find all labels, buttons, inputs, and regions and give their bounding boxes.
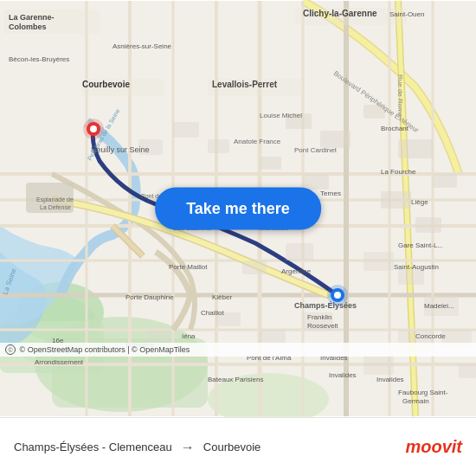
svg-text:Esplanade de: Esplanade de — [36, 196, 74, 203]
svg-text:Roosevelt: Roosevelt — [307, 322, 338, 330]
svg-text:Brochant: Brochant — [381, 125, 409, 132]
svg-rect-44 — [242, 261, 267, 274]
moovit-logo: moovit — [405, 437, 462, 457]
svg-text:Anatole France: Anatole France — [234, 138, 281, 145]
map-area: Esplanade de La Défense La Garenne- Colo… — [0, 0, 476, 417]
svg-text:Invalides: Invalides — [376, 376, 404, 383]
svg-text:Asnières-sur-Seine: Asnières-sur-Seine — [113, 42, 172, 50]
svg-text:Liège: Liège — [411, 198, 428, 206]
svg-point-109 — [90, 125, 97, 132]
svg-text:Madelei...: Madelei... — [424, 302, 454, 310]
route-arrow: → — [181, 440, 195, 455]
svg-text:Colombes: Colombes — [9, 23, 47, 31]
route-info: Champs-Élysées - Clemenceau → Courbevoie — [14, 440, 395, 455]
bottom-bar: Champs-Élysées - Clemenceau → Courbevoie… — [0, 417, 476, 476]
svg-text:Pont Cardinet: Pont Cardinet — [294, 146, 338, 154]
svg-text:Bécon-les-Bruyères: Bécon-les-Bruyères — [9, 55, 69, 63]
svg-text:Champs-Élysées: Champs-Élysées — [294, 301, 357, 310]
svg-text:Chaillot: Chaillot — [201, 309, 224, 317]
svg-rect-35 — [303, 174, 329, 190]
svg-rect-52 — [363, 356, 394, 375]
svg-text:La Défense: La Défense — [40, 204, 71, 210]
svg-text:Ternes: Ternes — [320, 190, 341, 197]
svg-text:Saint-Ouen: Saint-Ouen — [389, 10, 424, 18]
svg-text:Concorde: Concorde — [415, 332, 446, 340]
moovit-brand-text: moovit — [405, 437, 462, 457]
svg-text:Argentine: Argentine — [281, 267, 312, 275]
svg-text:Courbevoie: Courbevoie — [82, 80, 130, 89]
svg-text:Clichy-la-Garenne: Clichy-la-Garenne — [303, 9, 377, 18]
svg-rect-41 — [208, 139, 229, 153]
svg-text:La Fourche: La Fourche — [381, 168, 416, 176]
svg-text:Arrondissement: Arrondissement — [35, 358, 84, 366]
svg-rect-39 — [433, 174, 457, 188]
svg-text:Levallois-Perret: Levallois-Perret — [212, 80, 278, 89]
attribution-text: © OpenStreetMap contributors | © OpenMap… — [20, 345, 190, 354]
svg-text:Louise Michel: Louise Michel — [260, 112, 302, 119]
svg-rect-38 — [415, 217, 441, 233]
map-attribution: © © OpenStreetMap contributors | © OpenM… — [0, 343, 476, 357]
svg-text:Gare Saint-L...: Gare Saint-L... — [398, 241, 443, 249]
app-container: Esplanade de La Défense La Garenne- Colo… — [0, 0, 476, 476]
svg-text:Iéna: Iéna — [182, 332, 196, 340]
svg-text:Bateaux Parisiens: Bateaux Parisiens — [208, 376, 263, 383]
svg-rect-36 — [260, 157, 281, 170]
svg-text:Rue de Rome: Rue de Rome — [396, 74, 404, 118]
svg-text:Kléber: Kléber — [212, 293, 232, 301]
route-destination: Courbevoie — [203, 441, 261, 453]
svg-rect-46 — [398, 269, 424, 285]
take-me-there-button[interactable]: Take me there — [155, 188, 321, 230]
svg-rect-45 — [363, 252, 394, 271]
svg-text:La Garenne-: La Garenne- — [9, 13, 55, 22]
svg-rect-43 — [286, 243, 313, 261]
svg-rect-40 — [173, 122, 199, 138]
svg-rect-32 — [320, 131, 351, 148]
svg-text:Faubourg Saint-: Faubourg Saint- — [398, 389, 448, 396]
svg-point-112 — [334, 292, 341, 299]
copyright-icon: © — [5, 344, 16, 355]
svg-text:Franklin: Franklin — [307, 313, 331, 321]
svg-text:Porte Maillot: Porte Maillot — [169, 263, 208, 271]
svg-rect-37 — [381, 191, 411, 209]
route-origin: Champs-Élysées - Clemenceau — [14, 441, 172, 453]
svg-text:Germain: Germain — [402, 397, 429, 405]
svg-rect-34 — [398, 139, 433, 158]
svg-rect-56 — [459, 364, 476, 378]
svg-text:Porte Dauphine: Porte Dauphine — [125, 293, 174, 301]
svg-text:Saint-Augustin: Saint-Augustin — [394, 263, 439, 271]
svg-text:Invalides: Invalides — [329, 371, 357, 379]
